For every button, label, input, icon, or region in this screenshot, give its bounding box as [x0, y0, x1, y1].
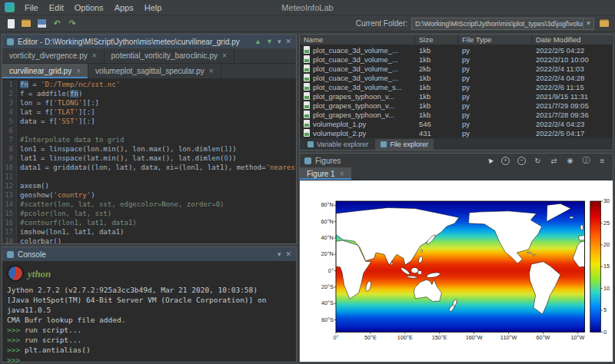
dock-tab-file-explorer[interactable]: File explorer	[375, 139, 434, 150]
file-name-cell: plot_grapes_typhoon_v...	[300, 101, 415, 110]
info-icon[interactable]	[580, 155, 592, 166]
menu-apps[interactable]: Apps	[109, 2, 139, 14]
code-line[interactable]: 10data1 = griddata((lon, lat), data, xi=…	[2, 163, 296, 172]
py-file-icon	[304, 101, 310, 109]
code-line[interactable]: 4lat = f['TLAT'][:]	[2, 108, 296, 117]
undo-icon[interactable]	[51, 18, 63, 30]
file-size-cell: 546	[415, 120, 458, 128]
console-lines: Jython 2.7.2 (v2.7.2:925a3cc3b49d, Mar 2…	[7, 285, 291, 362]
save-file-icon[interactable]	[35, 18, 48, 30]
py-file-icon	[304, 120, 310, 127]
code-line[interactable]: 9lat1 = linspace(lat.min(), lat.max(), l…	[2, 154, 296, 163]
tab-close-icon[interactable]: ×	[209, 67, 214, 75]
table-row[interactable]: plot_cuace_3d_volume_...1kbpy2022/2/4 04…	[300, 73, 613, 82]
editor-header: Editor - D:\Working\MIScript\Jython\mis\…	[2, 35, 296, 48]
table-row[interactable]: plot_cuace_3d_volume_...1kbpy2022/2/10 1…	[300, 55, 613, 64]
chevron-down-icon[interactable]: ▼	[583, 18, 593, 29]
py-file-icon	[304, 92, 310, 100]
tab-close-icon[interactable]: ×	[340, 170, 344, 178]
console-body[interactable]: ython Jython 2.7.2 (v2.7.2:925a3cc3b49d,…	[2, 261, 296, 362]
line-number: 5	[2, 117, 17, 126]
settings-icon[interactable]	[597, 155, 608, 166]
code-area[interactable]: 1fn = 'D:/Temp/nc/sst.nc'2f = addfile(fn…	[2, 79, 296, 243]
line-number: 17	[2, 227, 17, 237]
table-row[interactable]: plot_grapes_typhoon_v...1kbpy2021/7/29 0…	[300, 101, 613, 110]
zoom-in-icon[interactable]	[500, 155, 511, 166]
svg-text:10: 10	[603, 286, 610, 291]
nav-up-icon[interactable]: ▲	[254, 38, 261, 45]
console-line: >>> plt.antialias()	[7, 345, 291, 355]
file-modified-cell: 2021/9/15 11:31	[532, 92, 613, 101]
code-line[interactable]: 18colorbar()	[2, 237, 296, 243]
code-line[interactable]: 17imshow(lon1, lat1, data1)	[2, 227, 296, 237]
figure-canvas[interactable]: 80°N60°N40°N20°N0°20°S40°S60°S0°50°E100°…	[300, 180, 613, 362]
file-table: NameSizeFile TypeDate Modified plot_cuac…	[300, 35, 613, 137]
line-number: 14	[2, 200, 17, 209]
table-row[interactable]: plot_cuace_3d_volume_...1kbpy2022/2/5 04…	[300, 45, 613, 55]
tab-close-icon[interactable]: ×	[76, 67, 81, 75]
redo-icon[interactable]	[66, 18, 78, 30]
code-line[interactable]: 3lon = f['TLONG'][:]	[2, 98, 296, 108]
panel-menu-icon[interactable]: ▾	[278, 38, 281, 45]
figure-tab-label: Figure 1	[307, 170, 335, 178]
file-type-cell: py	[458, 92, 532, 101]
py-file-icon	[304, 83, 310, 91]
column-header[interactable]: File Type	[458, 35, 532, 45]
table-row[interactable]: volumeplot_1.py546py2022/2/4 04:23	[300, 119, 613, 128]
column-header[interactable]: Date Modified	[532, 35, 613, 45]
nav-down-icon[interactable]: ▼	[266, 38, 273, 45]
code-line[interactable]: 15#pcolor(lon, lat, sst)	[2, 209, 296, 218]
code-line[interactable]: 12axesm()	[2, 181, 296, 190]
folder-icon	[598, 18, 610, 30]
panel-close-icon[interactable]: ✕	[285, 250, 291, 258]
table-row[interactable]: plot_grapes_typhoon_v...1kbpy2021/7/28 0…	[300, 110, 613, 119]
code-line[interactable]: 1fn = 'D:/Temp/nc/sst.nc'	[2, 80, 296, 89]
svg-text:110°W: 110°W	[500, 335, 517, 340]
code-line[interactable]: 2f = addfile(fn)	[2, 89, 296, 98]
code-line[interactable]: 6	[2, 126, 296, 135]
menu-edit[interactable]: Edit	[44, 2, 69, 14]
table-row[interactable]: plot_cuace_3d_volume_s...1kbpy2022/2/6 1…	[300, 82, 613, 91]
editor-tab[interactable]: curvilinear_grid.py×	[2, 64, 88, 78]
column-header[interactable]: Name	[300, 35, 415, 45]
colorbar	[590, 201, 601, 332]
editor-tab-row-1: vorticity_divergence.py×potential_vortic…	[2, 48, 296, 64]
table-row[interactable]: plot_cuace_3d_volume_...2kbpy2022/2/4 11…	[300, 64, 613, 73]
current-folder-combo[interactable]: D:\Working\MIScript\Jython\mis\plot_type…	[411, 18, 594, 30]
code-line[interactable]: 8lon1 = linspace(lon.min(), lon.max(), l…	[2, 144, 296, 154]
editor-tab[interactable]: vorticity_divergence.py×	[2, 48, 105, 63]
code-line[interactable]: 7#Interpolate data to grid	[2, 135, 296, 144]
code-line[interactable]: 5data = f['SST'][:]	[2, 117, 296, 126]
code-line[interactable]: 11	[2, 172, 296, 181]
identify-icon[interactable]	[564, 155, 576, 166]
rotate-icon[interactable]	[532, 155, 544, 166]
browse-folder-button[interactable]	[598, 18, 610, 30]
menubar: FileEditOptionsAppsHelp MeteoInfoLab	[0, 0, 615, 15]
figure-tab[interactable]: Figure 1 ×	[300, 167, 351, 180]
editor-tab-label: curvilinear_grid.py	[9, 67, 71, 75]
panel-close-icon[interactable]: ✕	[285, 38, 291, 45]
dock-tab-variable-explorer[interactable]: Variable explorer	[302, 139, 374, 150]
zoom-out-icon[interactable]	[516, 155, 527, 166]
menu-file[interactable]: File	[19, 2, 44, 14]
column-header[interactable]: Size	[415, 35, 458, 45]
code-line[interactable]: 14#scatter(lon, lat, sst, edgecolor=None…	[2, 200, 296, 209]
pointer-icon[interactable]	[484, 155, 495, 166]
code-line[interactable]: 13geoshow('country')	[2, 190, 296, 200]
tab-close-icon[interactable]: ×	[222, 51, 227, 60]
editor-tab[interactable]: potential_vorticity_baroclinic.py×	[105, 48, 234, 63]
new-file-icon[interactable]	[5, 18, 17, 30]
code-text: imshow(lon1, lat1, data1)	[17, 227, 124, 237]
open-file-icon[interactable]	[20, 18, 32, 30]
menu-options[interactable]: Options	[69, 2, 109, 14]
panel-menu-icon[interactable]: ▾	[278, 250, 281, 258]
table-row[interactable]: plot_grapes_typhoon_v...1kbpy2021/9/15 1…	[300, 91, 613, 101]
code-text: lat = f['TLAT'][:]	[17, 108, 95, 117]
file-size-cell: 1kb	[415, 111, 458, 119]
tab-close-icon[interactable]: ×	[92, 51, 97, 60]
menu-help[interactable]: Help	[139, 2, 168, 14]
table-row[interactable]: volumeplot_2.py431py2022/2/5 04:17	[300, 128, 613, 137]
pan-icon[interactable]	[548, 155, 560, 166]
code-line[interactable]: 16#contourf(lon1, lat1, data1)	[2, 218, 296, 227]
editor-tab[interactable]: volumeplot_sagittal_specular.py×	[88, 64, 221, 78]
